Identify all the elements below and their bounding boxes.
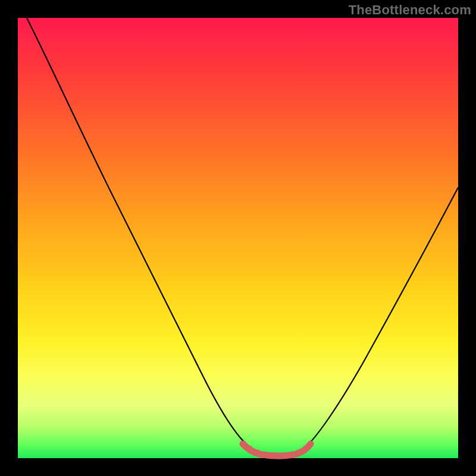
bottleneck-curve [27, 18, 458, 455]
plot-area [18, 18, 458, 458]
chart-frame: TheBottleneck.com [0, 0, 476, 476]
curve-svg [18, 18, 458, 458]
watermark-text: TheBottleneck.com [349, 2, 471, 18]
